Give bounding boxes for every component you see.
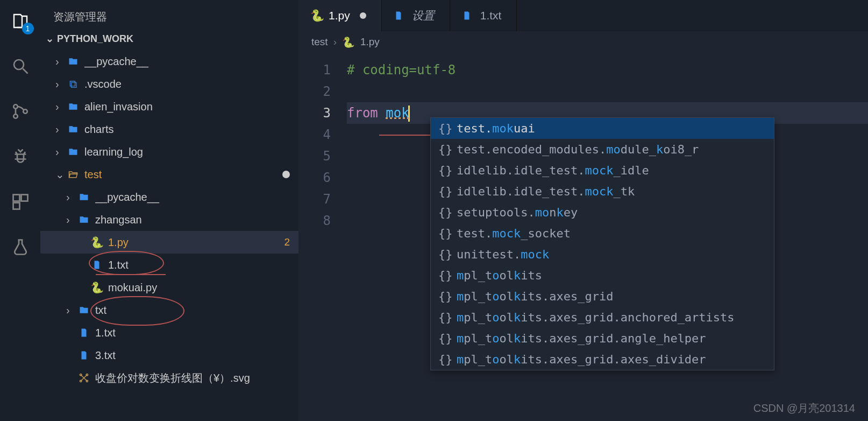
- folder-icon: [66, 101, 80, 112]
- tree-item[interactable]: ⌄test: [40, 163, 298, 186]
- breadcrumb-part[interactable]: 1.py: [360, 36, 380, 48]
- extensions-icon[interactable]: [9, 191, 32, 213]
- breadcrumb-part[interactable]: test: [311, 36, 328, 48]
- python-icon: 🐍: [90, 281, 104, 294]
- tree-item[interactable]: ›__pycache__: [40, 186, 298, 208]
- suggest-item[interactable]: {}mpl_toolkits.axes_grid.anchored_artist…: [431, 307, 774, 328]
- tree-item-label: 收盘价对数变换折线图（¥）.svg: [95, 371, 298, 385]
- error-count: 2: [284, 236, 290, 248]
- code-line[interactable]: [347, 81, 868, 102]
- line-number: 1: [298, 59, 347, 81]
- gutter: 12345678: [298, 53, 347, 421]
- line-number: 2: [298, 81, 347, 102]
- search-icon[interactable]: [9, 55, 32, 78]
- tree-item-label: 3.txt: [95, 349, 298, 362]
- line-number: 5: [298, 145, 347, 167]
- suggest-item[interactable]: {}test.mokuai: [431, 118, 774, 139]
- module-icon: {}: [438, 248, 449, 261]
- modified-dot: [360, 12, 366, 19]
- folder-icon: [66, 146, 80, 157]
- file-icon: [462, 10, 474, 22]
- suggest-item[interactable]: {}setuptools.monkey: [431, 202, 774, 223]
- python-icon: 🐍: [342, 36, 355, 48]
- tree-item[interactable]: 🐍mokuai.py: [40, 276, 298, 299]
- watermark: CSDN @月亮201314: [753, 401, 855, 416]
- main: 🐍1.py设置1.txt test › 🐍 1.py 12345678 # co…: [298, 0, 868, 421]
- module-icon: {}: [438, 143, 449, 156]
- editor[interactable]: 12345678 # coding=utf-8from mok{}test.mo…: [298, 53, 868, 421]
- code-line[interactable]: # coding=utf-8: [347, 59, 868, 81]
- chevron-down-icon: ⌄: [46, 33, 54, 45]
- tree-item-label: 1.txt: [95, 327, 298, 339]
- tree-item[interactable]: ›⧉.vscode: [40, 73, 298, 95]
- suggest-popup[interactable]: {}test.mokuai{}test.encoded_modules.modu…: [430, 117, 774, 370]
- svg-point-2: [13, 114, 18, 118]
- tab[interactable]: 🐍1.py: [298, 0, 382, 31]
- tree-item[interactable]: ›alien_invasion: [40, 95, 298, 118]
- chevron-right-icon: ›: [66, 304, 77, 317]
- modified-dot: [282, 171, 290, 178]
- suggest-item[interactable]: {}mpl_toolkits.axes_grid.axes_divider: [431, 349, 774, 370]
- tree-item[interactable]: ›learning_log: [40, 141, 298, 163]
- explorer-badge: 1: [22, 23, 34, 34]
- chevron-right-icon: ›: [66, 214, 77, 226]
- suggest-label: test.encoded_modules.module_koi8_r: [457, 143, 699, 156]
- tree-item-label: .vscode: [84, 78, 298, 90]
- tree-item-label: learning_log: [84, 146, 298, 158]
- code-area[interactable]: # coding=utf-8from mok{}test.mokuai{}tes…: [347, 53, 868, 421]
- suggest-item[interactable]: {}test.encoded_modules.module_koi8_r: [431, 139, 774, 160]
- annotation-circle: [90, 296, 184, 326]
- tree-item[interactable]: 1.txt: [40, 254, 298, 276]
- python-icon: 🐍: [90, 236, 104, 249]
- breadcrumbs[interactable]: test › 🐍 1.py: [298, 31, 868, 53]
- suggest-label: mpl_toolkits: [457, 269, 542, 282]
- tree-item[interactable]: ›__pycache__: [40, 50, 298, 73]
- tab[interactable]: 设置: [382, 0, 450, 31]
- suggest-label: mpl_toolkits.axes_grid: [457, 290, 613, 303]
- tree-item[interactable]: 收盘价对数变换折线图（¥）.svg: [40, 367, 298, 389]
- chevron-right-icon: ›: [333, 36, 337, 48]
- chevron-right-icon: ›: [55, 123, 66, 136]
- tree-item[interactable]: ›charts: [40, 118, 298, 141]
- tab[interactable]: 1.txt: [450, 0, 517, 31]
- svg-point-3: [23, 109, 27, 114]
- folder-icon: [66, 56, 80, 67]
- testing-icon[interactable]: [9, 236, 32, 258]
- suggest-item[interactable]: {}mpl_toolkits.axes_grid.angle_helper: [431, 328, 774, 349]
- tab-label: 1.txt: [480, 9, 502, 22]
- suggest-item[interactable]: {}idlelib.idle_test.mock_tk: [431, 181, 774, 202]
- suggest-label: setuptools.monkey: [457, 206, 578, 219]
- suggest-item[interactable]: {}mpl_toolkits.axes_grid: [431, 286, 774, 307]
- svg-point-1: [13, 104, 18, 109]
- section-header[interactable]: ⌄ PYTHON_WORK: [40, 30, 298, 48]
- suggest-label: idlelib.idle_test.mock_idle: [457, 164, 649, 177]
- suggest-item[interactable]: {}idlelib.idle_test.mock_idle: [431, 160, 774, 181]
- chevron-right-icon: ›: [55, 101, 66, 113]
- source-control-icon[interactable]: [9, 100, 32, 123]
- module-icon: {}: [438, 332, 449, 345]
- tree-item-label: __pycache__: [95, 191, 298, 204]
- tree-item[interactable]: 3.txt: [40, 344, 298, 367]
- explorer-icon[interactable]: 1: [9, 10, 32, 32]
- tree-item[interactable]: 1.txt: [40, 321, 298, 344]
- tree-item[interactable]: ›zhangsan: [40, 208, 298, 231]
- svg-rect-4: [13, 195, 19, 201]
- suggest-label: mpl_toolkits.axes_grid.axes_divider: [457, 353, 706, 366]
- tree-item-label: charts: [84, 123, 298, 136]
- debug-icon[interactable]: [9, 145, 32, 168]
- module-icon: {}: [438, 164, 449, 177]
- module-icon: {}: [438, 290, 449, 303]
- annotation-underline: [96, 274, 166, 275]
- module-icon: {}: [438, 269, 449, 282]
- svg-point-0: [14, 60, 24, 69]
- tab-label: 1.py: [329, 9, 350, 22]
- sidebar-title: 资源管理器: [40, 0, 298, 30]
- file-icon: [77, 350, 91, 360]
- vscode-icon: ⧉: [66, 78, 80, 90]
- suggest-label: mpl_toolkits.axes_grid.angle_helper: [457, 332, 706, 345]
- suggest-item[interactable]: {}unittest.mock: [431, 244, 774, 265]
- tree-item[interactable]: 🐍1.py2: [40, 231, 298, 254]
- suggest-item[interactable]: {}mpl_toolkits: [431, 265, 774, 286]
- tab-label: 设置: [412, 8, 435, 23]
- suggest-item[interactable]: {}test.mock_socket: [431, 223, 774, 244]
